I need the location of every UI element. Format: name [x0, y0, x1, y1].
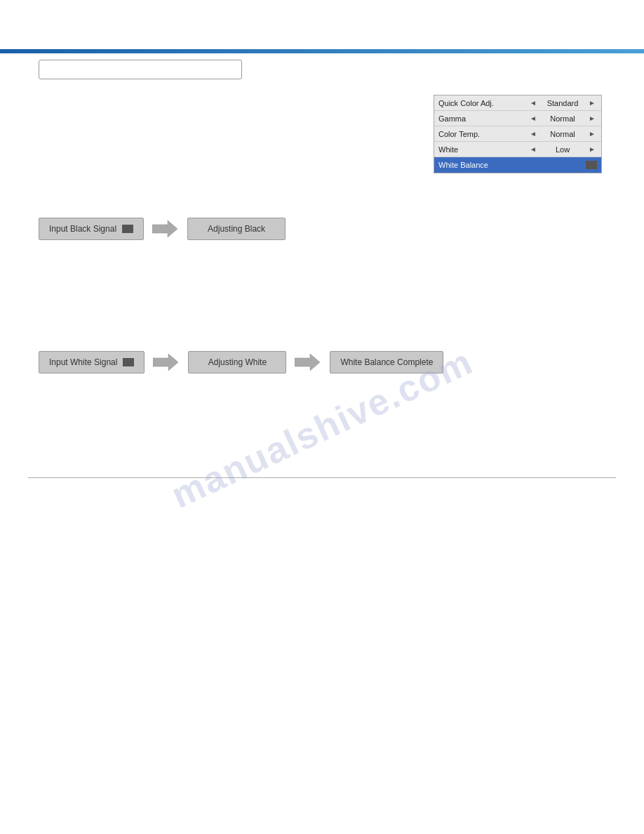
input-white-signal-box: Input White Signal — [39, 351, 145, 373]
menu-label-white-balance: White Balance — [438, 161, 580, 169]
arrow-left-gamma: ◄ — [528, 114, 538, 122]
header-box — [39, 60, 242, 79]
arrow-left-quick-color: ◄ — [528, 99, 538, 107]
flow-black-signal: Input Black Signal Adjusting Black — [39, 218, 286, 240]
svg-marker-1 — [153, 354, 178, 371]
arrow-left-color-temp: ◄ — [528, 130, 538, 138]
menu-label-white: White — [438, 145, 528, 154]
menu-row-gamma: Gamma ◄ Normal ► — [434, 111, 601, 126]
arrow-right-gamma: ► — [587, 114, 597, 122]
divider-bottom — [28, 477, 616, 478]
menu-label-color-temp: Color Temp. — [438, 130, 528, 138]
input-white-icon — [123, 358, 134, 366]
adjusting-black-box: Adjusting Black — [187, 218, 286, 240]
input-white-signal-label: Input White Signal — [49, 357, 117, 367]
arrow-right-color-temp: ► — [587, 130, 597, 138]
menu-label-quick-color: Quick Color Adj. — [438, 99, 528, 107]
menu-value-color-temp: Normal — [538, 130, 587, 138]
menu-row-color-temp: Color Temp. ◄ Normal ► — [434, 126, 601, 142]
menu-panel: Quick Color Adj. ◄ Standard ► Gamma ◄ No… — [434, 95, 602, 173]
menu-value-white: Low — [538, 145, 587, 154]
menu-value-quick-color: Standard — [538, 99, 587, 107]
adjusting-black-label: Adjusting Black — [208, 224, 265, 234]
adjusting-white-label: Adjusting White — [208, 357, 267, 367]
white-balance-complete-box: White Balance Complete — [330, 351, 443, 373]
menu-row-quick-color: Quick Color Adj. ◄ Standard ► — [434, 95, 601, 111]
menu-row-white-balance: White Balance — [434, 157, 601, 173]
white-balance-icon — [586, 161, 597, 169]
arrow-white-1 — [153, 352, 180, 372]
arrow-right-quick-color: ► — [587, 99, 597, 107]
menu-label-gamma: Gamma — [438, 114, 528, 123]
flow-white-signal: Input White Signal Adjusting White White… — [39, 351, 443, 373]
adjusting-white-box: Adjusting White — [188, 351, 286, 373]
input-black-signal-box: Input Black Signal — [39, 218, 144, 240]
white-balance-complete-label: White Balance Complete — [340, 357, 433, 367]
top-bar — [0, 49, 644, 53]
arrow-white-2 — [295, 352, 321, 372]
arrow-left-white: ◄ — [528, 145, 538, 153]
input-black-icon — [122, 225, 133, 233]
menu-row-white: White ◄ Low ► — [434, 142, 601, 157]
svg-marker-2 — [295, 354, 320, 371]
input-black-signal-label: Input Black Signal — [49, 224, 116, 234]
menu-value-gamma: Normal — [538, 114, 587, 123]
svg-marker-0 — [152, 220, 177, 237]
arrow-black-1 — [152, 219, 179, 239]
arrow-right-white: ► — [587, 145, 597, 153]
